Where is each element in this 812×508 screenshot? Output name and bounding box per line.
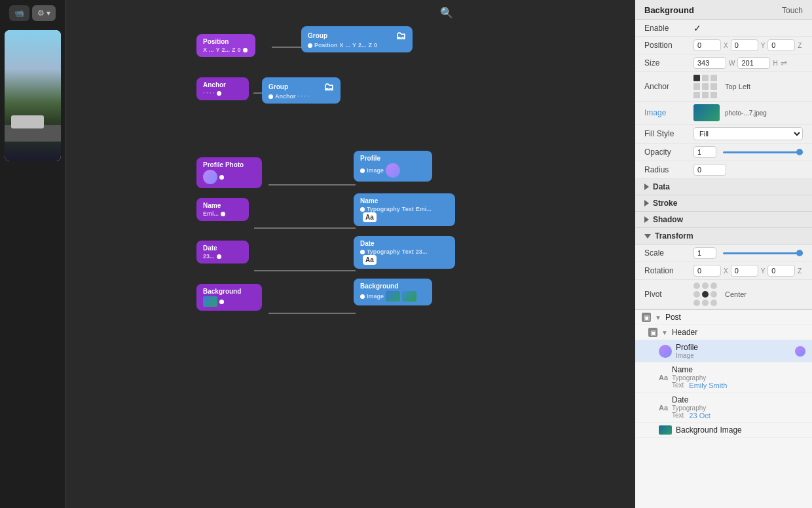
position-prop-label: Position	[644, 41, 693, 50]
anchor-cell-mc[interactable]	[702, 83, 709, 90]
image-thumbnail[interactable]	[693, 104, 720, 121]
anchor-cell-tr[interactable]	[710, 75, 717, 81]
group-node-top[interactable]: Group 🗂 Position X ... Y 2... Z 0	[301, 26, 413, 52]
pivot-value: Center	[693, 283, 803, 306]
group-anchor-label: Group	[268, 83, 288, 90]
bg-target-thumb2	[402, 291, 416, 302]
pivot-tc[interactable]	[702, 283, 709, 289]
header-folder-icon: ▣	[648, 328, 657, 337]
data-section-toggle[interactable]: Data	[635, 179, 812, 195]
layer-bg-row[interactable]: Background Image	[635, 423, 812, 438]
preview-car	[11, 115, 44, 128]
fill-style-value: Fill	[693, 127, 803, 140]
name-source-node[interactable]: Name Emi...	[196, 198, 249, 221]
shadow-section-chevron	[644, 216, 649, 223]
anchor-cell-ml[interactable]	[693, 83, 700, 90]
name-text-label: Text	[672, 381, 684, 389]
date-target-label: Date	[360, 240, 375, 247]
radius-input[interactable]	[693, 164, 726, 176]
anchor-cell-tl[interactable]	[693, 75, 700, 81]
bg-target-node[interactable]: Background Image	[354, 279, 432, 305]
anchor-cell-tc[interactable]	[702, 75, 709, 81]
scale-slider-thumb	[796, 250, 803, 256]
settings-button[interactable]: ⚙ ▾	[32, 5, 56, 21]
profile-layer-value-thumb	[795, 346, 805, 357]
pivot-ml[interactable]	[693, 291, 700, 298]
pivot-mr[interactable]	[710, 291, 717, 298]
pivot-br[interactable]	[710, 300, 717, 306]
rotation-row: Rotation X Y Z	[635, 262, 812, 280]
rotation-y-axis: Y	[761, 267, 766, 275]
scale-label: Scale	[644, 248, 693, 258]
name-target-node[interactable]: Name Typography Text Emi... Aa	[354, 193, 455, 226]
size-h-input[interactable]	[737, 57, 770, 69]
size-value: W H ⇌	[693, 57, 803, 69]
image-label[interactable]: Image	[644, 108, 693, 117]
layer-profile-row[interactable]: Profile Image	[635, 340, 812, 362]
position-z-input[interactable]	[767, 39, 795, 51]
pivot-tl[interactable]	[693, 283, 700, 289]
pivot-bl[interactable]	[693, 300, 700, 306]
layer-header-row[interactable]: ▣ ▼ Header	[635, 325, 812, 340]
pivot-grid[interactable]	[693, 283, 717, 306]
layer-date-row[interactable]: Aa Date Typography Text 23 Oct	[635, 393, 812, 423]
shadow-section-toggle[interactable]: Shadow	[635, 212, 812, 228]
scale-row: Scale	[635, 244, 812, 262]
date-target-dot	[360, 250, 365, 254]
fill-style-select[interactable]: Fill	[693, 127, 803, 140]
bg-source-label: Background	[203, 288, 241, 295]
size-w-input[interactable]	[693, 57, 726, 69]
position-node[interactable]: Position X ... Y 2... Z 0	[196, 34, 255, 57]
profile-target-node[interactable]: Profile Image	[354, 151, 432, 182]
group-anchor-node[interactable]: Group 🗂 Anchor · · · ·	[262, 77, 341, 104]
position-z-axis: Z	[798, 42, 802, 49]
size-row: Size W H ⇌	[635, 54, 812, 72]
anchor-cell-br[interactable]	[710, 92, 717, 98]
date-target-node[interactable]: Date Typography Text 23... Aa	[354, 236, 455, 269]
bg-target-dot	[360, 294, 365, 299]
shadow-section-label: Shadow	[653, 215, 683, 224]
layer-post-row[interactable]: ▣ ▼ Post	[635, 310, 812, 325]
data-section-label: Data	[653, 182, 670, 191]
rotation-y-input[interactable]	[731, 265, 758, 277]
preview-image	[5, 30, 61, 161]
rotation-x-input[interactable]	[693, 265, 721, 277]
video-button[interactable]: 📹	[9, 5, 29, 21]
pivot-position-label: Center	[725, 290, 747, 298]
anchor-grid[interactable]	[693, 75, 717, 98]
transform-section-label: Transform	[655, 231, 693, 241]
scale-slider[interactable]	[723, 252, 803, 254]
pivot-mc[interactable]	[702, 291, 709, 298]
stroke-section-toggle[interactable]: Stroke	[635, 195, 812, 212]
search-button[interactable]: 🔍	[440, 7, 453, 19]
stroke-section-label: Stroke	[653, 199, 677, 208]
anchor-cell-mr[interactable]	[710, 83, 717, 90]
post-label: Post	[665, 313, 805, 322]
main-canvas: 🔍 Position X ... Y 2... Z	[65, 0, 635, 508]
date-source-node[interactable]: Date 23...	[196, 241, 249, 264]
layer-name-row[interactable]: Aa Name Typography Text Emily Smith	[635, 362, 812, 393]
anchor-node[interactable]: Anchor · · · ·	[196, 77, 249, 100]
scale-input[interactable]	[693, 247, 716, 259]
opacity-slider[interactable]	[723, 151, 803, 153]
header-label: Header	[672, 328, 805, 337]
image-row: Image photo-...7.jpeg	[635, 102, 812, 125]
post-folder-icon: ▣	[642, 313, 651, 322]
anchor-cell-bl[interactable]	[693, 92, 700, 98]
profile-photo-node[interactable]: Profile Photo	[196, 157, 262, 188]
profile-target-label: Profile	[360, 155, 380, 162]
opacity-input[interactable]	[693, 146, 716, 158]
pivot-tr[interactable]	[710, 283, 717, 289]
profile-layer-thumb	[659, 345, 672, 358]
bg-source-node[interactable]: Background	[196, 284, 262, 311]
rotation-z-input[interactable]	[767, 265, 795, 277]
position-x-input[interactable]	[693, 39, 721, 51]
size-link-icon: ⇌	[781, 58, 787, 68]
pivot-bc[interactable]	[702, 300, 709, 306]
position-y-input[interactable]	[731, 39, 758, 51]
bg-target-label: Background	[360, 283, 398, 290]
fill-style-label: Fill Style	[644, 129, 693, 138]
transform-section-toggle[interactable]: Transform	[635, 228, 812, 244]
anchor-cell-bc[interactable]	[702, 92, 709, 98]
opacity-slider-thumb	[796, 149, 803, 155]
